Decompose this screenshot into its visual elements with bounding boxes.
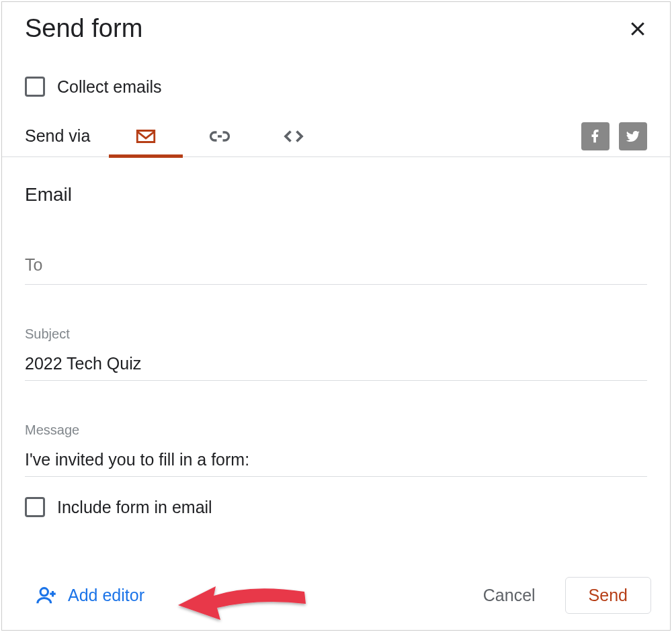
svg-point-0	[40, 588, 48, 595]
add-editor-button[interactable]: Add editor	[36, 584, 144, 607]
send-via-label: Send via	[25, 126, 90, 146]
person-add-icon	[36, 584, 58, 607]
message-input[interactable]	[25, 447, 647, 477]
close-icon	[628, 19, 648, 39]
facebook-share-button[interactable]	[581, 122, 610, 150]
email-icon	[134, 125, 157, 148]
subject-field-group: Subject	[25, 326, 647, 381]
dialog-header: Send form	[2, 2, 670, 55]
collect-emails-checkbox[interactable]	[25, 77, 45, 97]
dialog-footer: Add editor Cancel Send	[2, 563, 670, 630]
twitter-icon	[625, 128, 641, 144]
include-form-checkbox[interactable]	[25, 497, 45, 517]
tab-embed[interactable]	[257, 116, 331, 157]
footer-actions: Cancel Send	[471, 577, 651, 614]
dialog-title: Send form	[25, 14, 142, 43]
to-field-group	[25, 253, 647, 285]
embed-icon	[282, 124, 306, 148]
message-field-group: Message	[25, 422, 647, 477]
collect-emails-label: Collect emails	[57, 77, 162, 97]
message-label: Message	[25, 422, 647, 438]
facebook-icon	[588, 129, 603, 144]
tab-email[interactable]	[109, 116, 183, 157]
subject-label: Subject	[25, 326, 647, 342]
twitter-share-button[interactable]	[619, 122, 647, 150]
to-input[interactable]	[25, 253, 647, 285]
send-form-dialog: Send form Collect emails Send via Em	[1, 1, 671, 631]
tab-link[interactable]	[183, 116, 257, 157]
send-via-tabs: Send via	[2, 116, 670, 157]
collect-emails-row: Collect emails	[2, 55, 670, 116]
email-panel: Email Subject Message Include form in em…	[2, 157, 670, 563]
include-form-label: Include form in email	[57, 498, 212, 517]
include-form-row: Include form in email	[25, 497, 647, 517]
subject-input[interactable]	[25, 351, 647, 381]
cancel-button[interactable]: Cancel	[471, 578, 548, 613]
add-editor-label: Add editor	[68, 586, 144, 605]
link-icon	[208, 124, 232, 148]
social-share	[581, 122, 647, 150]
close-button[interactable]	[624, 15, 651, 42]
send-button[interactable]: Send	[565, 577, 651, 614]
email-section-title: Email	[25, 184, 647, 206]
